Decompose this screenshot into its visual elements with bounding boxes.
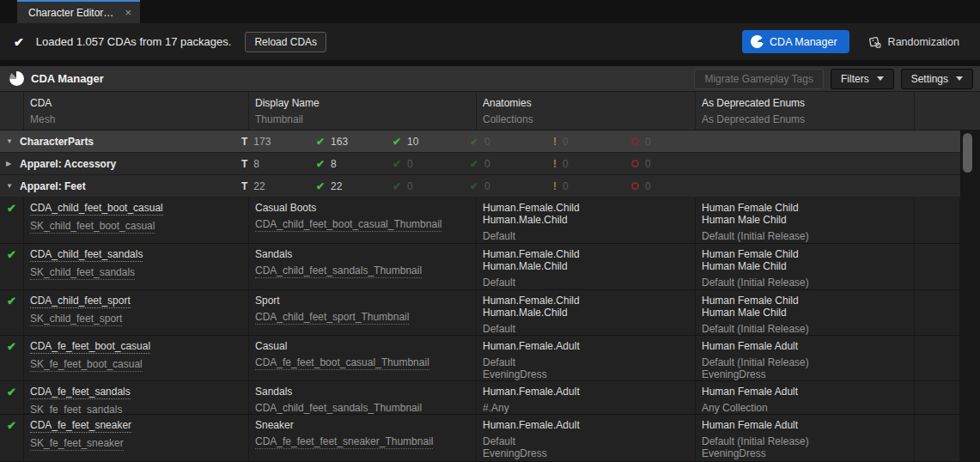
table-row[interactable]: ✔ CDA_fe_feet_sandals SK_fe_feet_sandals… xyxy=(0,381,960,415)
group-label: Apparel: Accessory xyxy=(20,158,116,170)
tab-title: Character Editor… xyxy=(28,7,119,19)
row-status: ✔ xyxy=(0,381,24,414)
status-toolbar: ✔ Loaded 1.057 CDAs from 17 packages. Re… xyxy=(0,23,980,60)
check-icon: ✔ xyxy=(316,158,325,170)
mesh-link[interactable]: SK_fe_feet_boot_casual xyxy=(30,358,143,372)
thumbnail-link[interactable]: CDA_fe_feet_boot_casual_Thumbnail xyxy=(255,356,429,370)
stat-valid-3: ✔0 xyxy=(470,153,490,174)
panel-actions: Migrate Gameplay Tags Filters Settings xyxy=(694,69,973,89)
cda-link[interactable]: CDA_fe_feet_sneaker xyxy=(30,419,131,433)
stat-total: T173 xyxy=(241,131,271,152)
stat-total: T8 xyxy=(241,153,259,174)
stat-valid: ✔22 xyxy=(316,175,342,197)
header-anatomies-column[interactable]: Anatomies Collections xyxy=(477,92,696,130)
stat-valid-2: ✔10 xyxy=(393,131,418,152)
stat-valid: ✔8 xyxy=(316,153,337,174)
cda-manager-button[interactable]: CDA Manager xyxy=(742,30,849,53)
thumbnail-link[interactable]: CDA_fe_feet_feet_sneaker_Thumbnail xyxy=(255,435,433,449)
caret-right-icon[interactable]: ▶ xyxy=(6,160,20,167)
col-primary: Anatomies xyxy=(483,95,695,112)
check-icon: ✔ xyxy=(7,248,16,261)
caret-down-icon[interactable]: ▼ xyxy=(6,182,20,190)
cda-link[interactable]: CDA_child_feet_sandals xyxy=(30,248,143,262)
check-icon: ✔ xyxy=(470,180,478,192)
anatomies-cell: Human.Female.Child Human.Male.Child Defa… xyxy=(477,244,696,289)
col-secondary: Thumbnail xyxy=(255,112,476,128)
cda-link[interactable]: CDA_child_feet_sport xyxy=(30,295,131,308)
table-row[interactable]: ✔ CDA_child_feet_sandals SK_child_feet_s… xyxy=(0,244,960,290)
cda-cell: CDA_child_feet_boot_casual SK_child_feet… xyxy=(24,198,249,243)
cda-link[interactable]: CDA_fe_feet_sandals xyxy=(30,386,131,399)
mesh-link[interactable]: SK_child_feet_boot_casual xyxy=(30,220,155,234)
pie-chart-icon xyxy=(751,35,764,48)
table-row[interactable]: ✔ CDA_fe_feet_boot_casual SK_fe_feet_boo… xyxy=(0,336,960,381)
display-name-cell: Sandals CDA_child_feet_sandals_Thumbnail xyxy=(249,244,477,289)
col-primary: As Deprecated Enums xyxy=(702,95,914,112)
warning-icon: ! xyxy=(553,136,557,148)
header-deprecated-enums-column[interactable]: As Deprecated Enums As Deprecated Enums xyxy=(696,92,915,130)
enum-value: Human Female Adult xyxy=(702,419,907,431)
filters-label: Filters xyxy=(841,73,869,85)
anatomies-cell: Human.Female.Adult Default EveningDress xyxy=(477,336,696,380)
table-row[interactable]: ✔ CDA_child_feet_boot_casual SK_child_fe… xyxy=(0,198,960,244)
thumbnail-link[interactable]: CDA_child_feet_sandals_Thumbnail xyxy=(255,402,422,414)
deprecated-enums-cell: Human Female Child Human Male Child Defa… xyxy=(696,290,915,335)
check-icon: ✔ xyxy=(7,340,16,353)
display-name-cell: Sandals CDA_child_feet_sandals_Thumbnail xyxy=(249,381,477,414)
header-empty-column xyxy=(915,92,975,130)
group-row-characterparts[interactable]: ▼ CharacterParts T173 ✔163 ✔10 ✔0 !0 0 xyxy=(0,131,960,153)
group-row-apparel-accessory[interactable]: ▶ Apparel: Accessory T8 ✔8 ✔0 ✔0 !0 0 xyxy=(0,153,960,175)
settings-button[interactable]: Settings xyxy=(901,69,973,89)
empty-cell xyxy=(915,290,960,335)
toolbar-right: CDA Manager Randomization xyxy=(742,30,968,53)
table-row[interactable]: ✔ CDA_fe_feet_sneaker SK_fe_feet_sneaker… xyxy=(0,415,960,462)
enum-collection: EveningDress xyxy=(702,447,907,459)
cda-cell: CDA_child_feet_sport SK_child_feet_sport xyxy=(24,290,249,335)
collection-tag: EveningDress xyxy=(483,368,688,380)
group-row-apparel-feet[interactable]: ▼ Apparel: Feet T22 ✔22 ✔0 ✔0 !0 0 xyxy=(0,175,960,198)
deprecated-enums-cell: Human Female Adult Default (Initial Rele… xyxy=(696,415,915,461)
mesh-link[interactable]: SK_fe_feet_sneaker xyxy=(30,437,124,451)
thumbnail-link[interactable]: CDA_child_feet_sandals_Thumbnail xyxy=(255,264,422,278)
cda-cell: CDA_fe_feet_sandals SK_fe_feet_sandals xyxy=(24,381,249,414)
stat-warning: !0 xyxy=(553,131,569,152)
tab-bar: Character Editor… × xyxy=(0,0,980,23)
display-name: Casual Boots xyxy=(255,202,469,214)
migrate-gameplay-tags-button[interactable]: Migrate Gameplay Tags xyxy=(694,69,824,89)
row-status: ✔ xyxy=(0,198,24,243)
tab-character-editor[interactable]: Character Editor… × xyxy=(17,0,140,23)
scrollbar-thumb[interactable] xyxy=(963,133,972,173)
cda-link[interactable]: CDA_child_feet_boot_casual xyxy=(30,202,163,216)
enum-collection: Any Collection xyxy=(702,402,907,414)
thumbnail-link[interactable]: CDA_child_feet_sport_Thumbnail xyxy=(255,311,409,325)
thumbnail-link[interactable]: CDA_child_feet_boot_casual_Thumbnail xyxy=(255,218,441,232)
table-row[interactable]: ✔ CDA_child_feet_sport SK_child_feet_spo… xyxy=(0,290,960,336)
header-cda-column[interactable]: CDA Mesh xyxy=(24,92,249,130)
enum-collection: Default (Initial Release) xyxy=(702,435,907,447)
display-name: Casual xyxy=(255,340,469,352)
vertical-scrollbar[interactable] xyxy=(960,131,980,462)
close-icon[interactable]: × xyxy=(125,6,131,19)
stat-warning: !0 xyxy=(553,153,569,174)
mesh-link[interactable]: SK_child_feet_sport xyxy=(30,313,122,326)
caret-down-icon[interactable]: ▼ xyxy=(6,137,20,145)
deprecated-enums-cell: Human Female Adult Default (Initial Rele… xyxy=(696,336,915,380)
col-secondary: As Deprecated Enums xyxy=(702,112,914,128)
cda-link[interactable]: CDA_fe_feet_boot_casual xyxy=(30,340,150,354)
empty-cell xyxy=(915,198,960,243)
header-display-name-column[interactable]: Display Name Thumbnail xyxy=(249,92,477,130)
filters-button[interactable]: Filters xyxy=(831,69,894,89)
anatomy-tag: Human.Female.Child xyxy=(483,202,688,214)
deprecated-enums-cell: Human Female Adult Any Collection xyxy=(696,381,915,414)
enum-value: Human Male Child xyxy=(702,214,907,226)
randomization-button[interactable]: Randomization xyxy=(868,35,968,49)
anatomy-tag: Human.Female.Adult xyxy=(483,419,688,431)
collection-tag: Default xyxy=(483,230,688,242)
mesh-link[interactable]: SK_fe_feet_sandals xyxy=(30,404,122,414)
reload-cdas-button[interactable]: Reload CDAs xyxy=(245,32,326,52)
display-name-cell: Sport CDA_child_feet_sport_Thumbnail xyxy=(249,290,477,335)
display-name-cell: Casual CDA_fe_feet_boot_casual_Thumbnail xyxy=(249,336,477,380)
panel-title: CDA Manager xyxy=(31,72,104,85)
mesh-link[interactable]: SK_child_feet_sandals xyxy=(30,266,135,280)
error-icon xyxy=(631,182,639,190)
